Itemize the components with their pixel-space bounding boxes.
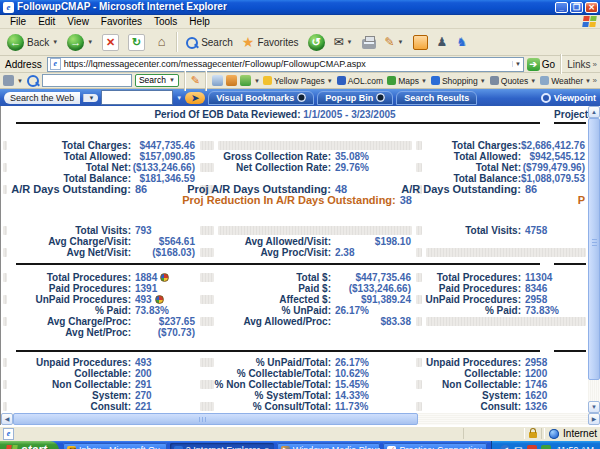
search-button[interactable]: Search — [181, 35, 237, 50]
toolbar-logo-icon[interactable] — [3, 75, 14, 86]
quick-link-aol-com[interactable]: AOL.com — [337, 76, 383, 86]
hide-icons-icon[interactable]: ◀ — [500, 445, 510, 449]
cell-fill — [200, 163, 214, 172]
mail-button[interactable]: ✉▼ — [330, 34, 357, 50]
forward-dropdown-icon[interactable]: ▼ — [87, 39, 93, 45]
web-search-input[interactable] — [101, 90, 173, 105]
toolbar-logo-dropdown-icon[interactable]: ▼ — [17, 78, 23, 84]
search-icon — [185, 36, 198, 49]
horizontal-scrollbar[interactable]: ◀ ▶ — [1, 413, 600, 425]
home-icon: ⌂ — [154, 35, 169, 50]
menu-tools[interactable]: Tools — [148, 15, 183, 28]
search-web-button[interactable]: Search the Web — [4, 92, 80, 104]
pie-chart-icon[interactable] — [160, 273, 169, 282]
row-label: Consult: — [424, 401, 524, 412]
tab-popup-bin[interactable]: Pop-up Bin — [317, 91, 393, 105]
wmp-icon: ▶ — [281, 446, 290, 449]
toolbar-search-dropdown-icon[interactable]: ▼ — [169, 75, 175, 86]
quick-link-weather[interactable]: Weather▼ — [540, 76, 589, 86]
quick-link-dropdown-icon[interactable]: ▼ — [327, 78, 333, 84]
go-label: Go — [542, 59, 555, 70]
status-pane — [463, 428, 525, 439]
quick-link-yellow-pages[interactable]: Yellow Pages▼ — [263, 76, 333, 86]
edit-dropdown-icon[interactable]: ▼ — [398, 39, 404, 45]
scroll-left-icon[interactable]: ◀ — [1, 413, 13, 425]
apps-icon[interactable] — [240, 75, 251, 86]
minimize-button[interactable]: _ — [555, 2, 568, 13]
scroll-up-icon[interactable]: ▲ — [588, 106, 600, 118]
tray-agent-icon[interactable] — [541, 445, 551, 449]
quick-link-quotes[interactable]: Quotes▼ — [490, 76, 536, 86]
home-button[interactable]: ⌂ — [150, 34, 173, 51]
search-web-dropdown-icon[interactable]: ▼ — [83, 94, 98, 102]
quick-link-dropdown-icon[interactable]: ▼ — [585, 78, 589, 84]
scroll-right-icon[interactable]: ▶ — [588, 413, 600, 425]
taskbar-task-outlook[interactable]: ✉Inbox - Microsoft Ou... — [63, 443, 167, 449]
discuss-button[interactable]: ♟ — [433, 34, 452, 50]
taskbar-task-wmp[interactable]: ▶Windows Media Player — [277, 443, 381, 449]
row-label: Avg Net/Visit: — [9, 247, 134, 258]
menu-file[interactable]: File — [4, 15, 32, 28]
row-value: 2958 — [524, 294, 588, 305]
visual-bookmarks-icon — [297, 93, 306, 102]
edit-button[interactable]: ✎▼ — [381, 34, 408, 50]
tab-visual-bookmarks[interactable]: Visual Bookmarks — [208, 91, 314, 105]
system-tray: ◀ ✉ 11:59 AM — [491, 441, 600, 449]
web-search-dropdown-icon[interactable]: ▼ — [176, 95, 182, 101]
print-button[interactable] — [358, 35, 380, 50]
vertical-scroll-thumb[interactable] — [588, 118, 600, 380]
vertical-scrollbar[interactable]: ▲ ▼ — [588, 106, 600, 413]
address-dropdown-icon[interactable]: ▼ — [512, 61, 521, 67]
menu-help[interactable]: Help — [183, 15, 216, 28]
cell-fill — [3, 237, 7, 246]
mascot-icon[interactable] — [226, 75, 237, 86]
links-button[interactable]: Links » — [567, 59, 597, 70]
taskbar-task-practice[interactable]: ⁄Practice: Connecticu... — [383, 443, 487, 449]
restore-button[interactable]: ❐ — [570, 2, 583, 13]
highlight-icon[interactable]: ✎ — [191, 74, 200, 87]
apps-dropdown-icon[interactable]: ▼ — [254, 78, 260, 84]
toolbar-overflow-chevron-icon[interactable]: » — [593, 76, 597, 85]
task-buttons: ✉Inbox - Microsoft Ou...e2 Internet Expl… — [59, 441, 491, 449]
go-button[interactable]: ➔ Go — [527, 58, 555, 71]
messenger-button[interactable] — [409, 34, 432, 51]
quick-link-shopping[interactable]: Shopping▼ — [431, 76, 486, 86]
tray-mail-icon[interactable]: ✉ — [514, 445, 522, 449]
refresh-button[interactable]: ↻ — [124, 33, 149, 52]
messenger-icon — [413, 35, 428, 50]
stop-button[interactable]: ✕ — [98, 33, 123, 52]
taskbar-task-ie[interactable]: e2 Internet Explorer▼ — [170, 443, 274, 449]
practice-icon: ⁄ — [387, 446, 396, 449]
briefcase-icon[interactable] — [212, 75, 223, 86]
forward-button[interactable]: → ▼ — [63, 33, 97, 52]
menu-favorites[interactable]: Favorites — [95, 15, 148, 28]
close-button[interactable]: ✕ — [585, 2, 598, 13]
quick-link-dropdown-icon[interactable]: ▼ — [530, 78, 536, 84]
address-input[interactable]: e https://lqmessagecenter.com/messagecen… — [47, 57, 524, 72]
menu-edit[interactable]: Edit — [32, 15, 61, 28]
quick-link-dropdown-icon[interactable]: ▼ — [480, 78, 486, 84]
toolbar-search-input[interactable] — [42, 74, 132, 87]
start-button[interactable]: start — [0, 441, 59, 449]
pie-chart-icon[interactable] — [155, 295, 164, 304]
menu-view[interactable]: View — [61, 15, 95, 28]
task-dropdown-icon[interactable]: ▼ — [264, 443, 270, 449]
back-button[interactable]: ← Back ▼ — [3, 33, 62, 52]
favorites-button[interactable]: ★ Favorites — [238, 34, 303, 50]
web-go-button[interactable]: ➤ — [185, 92, 205, 104]
mail-icon: ✉ — [334, 35, 344, 49]
toolbar-search-button[interactable]: Search ▼ — [135, 74, 179, 87]
scroll-down-icon[interactable]: ▼ — [588, 401, 600, 413]
mail-dropdown-icon[interactable]: ▼ — [347, 39, 353, 45]
quick-link-dropdown-icon[interactable]: ▼ — [421, 78, 427, 84]
tray-alert-icon[interactable] — [527, 445, 537, 449]
row-label: Paid $: — [216, 283, 334, 294]
research-button[interactable]: ♞ — [452, 34, 471, 50]
back-dropdown-icon[interactable]: ▼ — [52, 39, 58, 45]
quick-link-maps[interactable]: Maps▼ — [387, 76, 427, 86]
tab-search-results[interactable]: Search Results — [396, 91, 477, 105]
horizontal-scroll-thumb[interactable] — [13, 413, 418, 425]
row-value: 73.83% — [134, 305, 198, 316]
history-button[interactable]: ↺ — [304, 33, 329, 52]
header-divider — [1, 122, 588, 124]
